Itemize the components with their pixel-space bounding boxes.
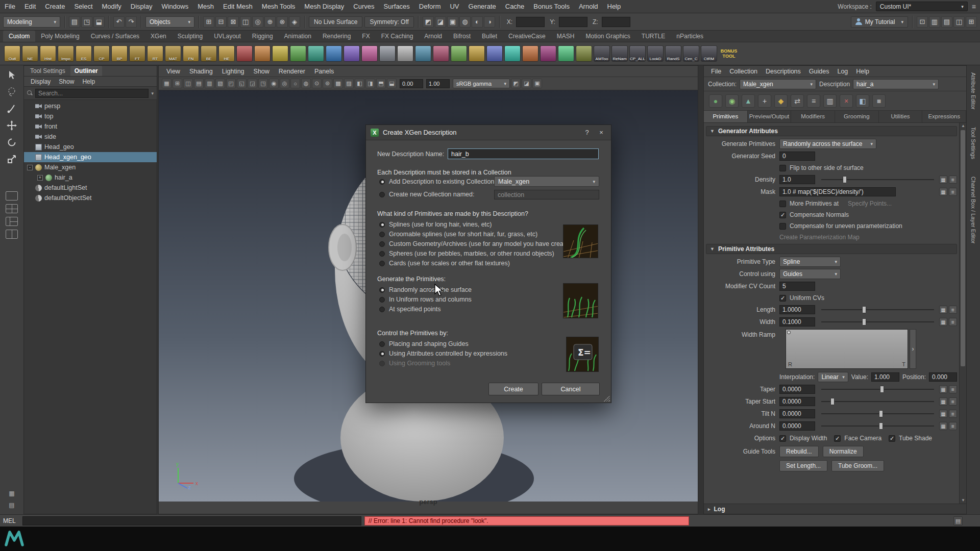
ramp-position-input[interactable] xyxy=(929,372,957,382)
tilt-n-input[interactable] xyxy=(779,409,815,418)
density-slider[interactable] xyxy=(821,174,934,185)
viewport-toolbar-icon[interactable]: ▦ xyxy=(162,79,172,88)
expression-icon[interactable]: ≡ xyxy=(949,397,957,406)
shelf-script-button[interactable]: LookD xyxy=(647,45,664,62)
option-checkbox[interactable] xyxy=(779,435,786,442)
viewport-toolbar-icon[interactable]: ⬒ xyxy=(376,79,386,88)
viewport-toolbar-icon[interactable]: ◰ xyxy=(226,79,236,88)
move-tool-icon[interactable] xyxy=(5,119,18,132)
shelf-button[interactable]: RT xyxy=(147,45,163,62)
outliner-search-input[interactable] xyxy=(35,89,149,98)
shelf-button[interactable]: BE xyxy=(201,45,217,62)
shelf-button[interactable] xyxy=(415,45,431,62)
shelf-tab[interactable]: Poly Modeling xyxy=(35,31,85,42)
generate-mode-option[interactable]: At specified points xyxy=(379,306,472,313)
modifier-cv-input[interactable] xyxy=(779,282,815,291)
render-icon[interactable]: ◪ xyxy=(435,16,446,28)
radio-icon[interactable] xyxy=(379,192,385,197)
viewport-menu-item[interactable]: Renderer xyxy=(274,68,310,75)
shelf-button[interactable] xyxy=(558,45,574,62)
shelf-tab[interactable]: MASH xyxy=(551,31,580,42)
expander-icon[interactable] xyxy=(27,155,33,160)
menu-item[interactable]: Mesh Tools xyxy=(257,0,300,13)
menu-item[interactable]: Surfaces xyxy=(379,0,414,13)
layout-four-pane-button[interactable] xyxy=(6,204,18,213)
compensate-normals-checkbox[interactable] xyxy=(779,212,786,218)
option-checkbox[interactable] xyxy=(834,435,841,442)
resize-grip[interactable] xyxy=(604,395,610,402)
menu-item[interactable]: Edit xyxy=(20,0,40,13)
shelf-tab[interactable]: Sculpting xyxy=(172,31,208,42)
undo-redo-icon[interactable]: ↶ xyxy=(113,16,125,28)
panel-tab[interactable]: Tool Settings xyxy=(26,66,69,76)
radio-icon[interactable] xyxy=(379,251,385,257)
specify-points-button[interactable]: Specify Points... xyxy=(848,200,892,207)
grid-toggle-icon[interactable]: ▦ xyxy=(8,489,16,497)
rebuild-button[interactable]: Rebuild... xyxy=(779,446,819,457)
menu-item[interactable]: Select xyxy=(69,0,97,13)
menu-item[interactable]: UV xyxy=(445,0,463,13)
shelf-button[interactable]: MAT xyxy=(165,45,181,62)
generate-mode-option[interactable]: Randomly across the surface xyxy=(379,286,472,293)
primitive-type-select[interactable]: Spline▾ xyxy=(779,257,841,267)
command-input[interactable] xyxy=(22,516,361,525)
length-slider[interactable] xyxy=(821,305,934,315)
viewport-toolbar-icon[interactable]: ▩ xyxy=(333,79,343,88)
viewport-toolbar-icon[interactable]: ⊞ xyxy=(173,79,182,88)
collection-select[interactable]: Male_xgen▾ xyxy=(740,79,816,89)
menu-item[interactable]: Edit Mesh xyxy=(218,0,257,13)
expander-icon[interactable] xyxy=(27,124,33,130)
control-mode-option[interactable]: Placing and shaping Guides xyxy=(379,340,507,347)
selection-mask-select[interactable]: Objects▾ xyxy=(145,16,194,28)
xgen-menu-item[interactable]: Help xyxy=(852,68,873,75)
expression-icon[interactable]: ≡ xyxy=(949,188,957,196)
compensate-param-checkbox[interactable] xyxy=(779,223,786,230)
cancel-button[interactable]: Cancel xyxy=(542,383,600,395)
uniform-cvs-checkbox[interactable] xyxy=(779,295,786,302)
shelf-script-button[interactable]: CtRM xyxy=(701,45,717,62)
flip-checkbox[interactable] xyxy=(779,165,786,171)
xgen-toolbar-icon[interactable]: ● xyxy=(709,94,722,108)
menu-item[interactable]: Bonus Tools xyxy=(529,0,574,13)
tilt-n-slider[interactable] xyxy=(821,409,934,419)
xgen-tab[interactable]: Modifiers xyxy=(791,111,835,122)
control-mode-option[interactable]: Using Attributes controlled by expressio… xyxy=(379,350,507,357)
shelf-script-button[interactable]: CP_ALL xyxy=(629,45,646,62)
panel-tab[interactable]: Outliner xyxy=(70,66,102,76)
shelf-button[interactable] xyxy=(522,45,538,62)
snap-icon[interactable]: ◈ xyxy=(289,16,300,28)
expression-icon[interactable]: ≡ xyxy=(949,318,957,326)
rotate-tool-icon[interactable] xyxy=(5,136,18,149)
panel-toggle-icon[interactable]: ◫ xyxy=(953,16,965,28)
menu-item[interactable]: File xyxy=(0,0,20,13)
file-toolbar-icon[interactable]: ▤ xyxy=(69,16,80,28)
undo-redo-icon[interactable]: ↷ xyxy=(126,16,137,28)
menu-item[interactable]: Windows xyxy=(157,0,193,13)
viewport-toolbar-icon[interactable]: ○ xyxy=(290,79,300,88)
expression-icon[interactable]: ≡ xyxy=(949,422,957,430)
expression-icon[interactable]: ≡ xyxy=(949,410,957,418)
viewport-toolbar-icon[interactable]: ◪ xyxy=(522,79,531,88)
y-input[interactable] xyxy=(559,17,587,27)
radio-icon[interactable] xyxy=(379,222,385,228)
generator-seed-input[interactable] xyxy=(779,152,815,161)
select-tool-icon[interactable] xyxy=(5,68,18,82)
viewport-toolbar-icon[interactable]: ◲ xyxy=(248,79,257,88)
ramp-cv-handle[interactable] xyxy=(787,331,791,334)
command-mode-toggle[interactable]: MEL xyxy=(3,517,19,524)
viewport-toolbar-icon[interactable]: ◫ xyxy=(183,79,193,88)
taper-input[interactable] xyxy=(779,385,815,394)
shelf-button[interactable] xyxy=(433,45,449,62)
viewport-menu-item[interactable]: Shading xyxy=(185,68,217,75)
primitive-type-option[interactable]: Spheres (use for pebbles, marbles, or ot… xyxy=(379,250,574,257)
create-parameterization-map-button[interactable]: Create Parameterization Map xyxy=(779,234,860,241)
expander-icon[interactable] xyxy=(27,185,33,191)
menu-item[interactable]: Arnold xyxy=(574,0,603,13)
taper-start-input[interactable] xyxy=(779,397,815,406)
outliner-item[interactable]: defaultObjectSet xyxy=(24,193,157,203)
dialog-titlebar[interactable]: X Create XGen Description ? × xyxy=(366,125,611,140)
interpolation-select[interactable]: Linear▾ xyxy=(818,372,848,382)
layout-three-pane-button[interactable] xyxy=(6,217,18,226)
shelf-button[interactable]: NE xyxy=(22,45,38,62)
tube-groom-button[interactable]: Tube Groom... xyxy=(831,460,884,471)
